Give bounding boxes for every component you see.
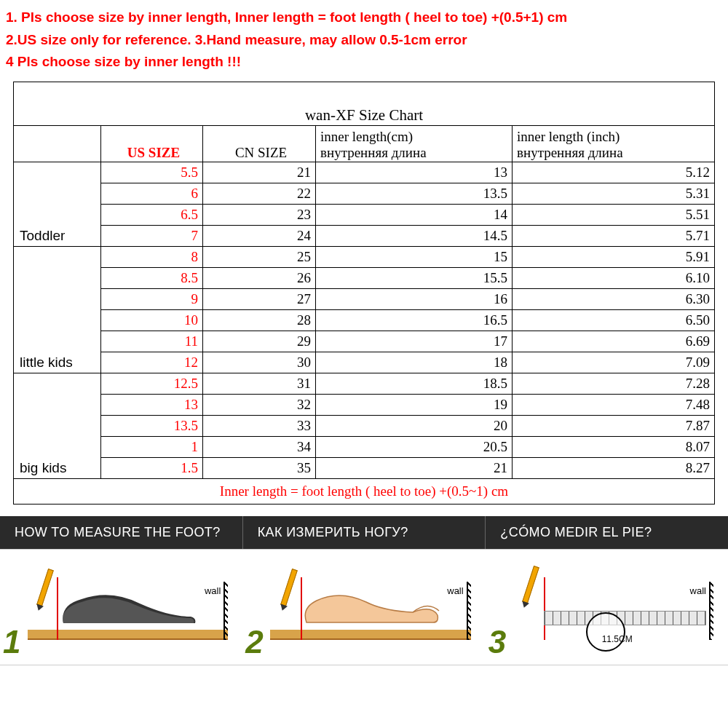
table-row: 927166.30 — [14, 288, 715, 309]
inner-inch-cell: 5.12 — [513, 162, 715, 183]
us-size-cell: 7 — [101, 225, 203, 246]
measure-figures: wall 1 wall 2 wall — [0, 549, 728, 665]
measure-header: HOW TO MEASURE THE FOOT? КАК ИЗМЕРИТЬ НО… — [0, 516, 728, 549]
col-cn-size: CN SIZE — [203, 125, 316, 162]
shoe-icon — [60, 583, 198, 630]
inner-inch-cell: 6.50 — [513, 309, 715, 331]
inner-inch-cell: 7.09 — [513, 352, 715, 373]
cn-size-cell: 30 — [203, 352, 316, 373]
table-row: 102816.56.50 — [14, 309, 715, 331]
inner-cm-cell: 16.5 — [316, 309, 513, 331]
col-inner-cm: inner length(cm) внутренняя длина — [316, 125, 513, 162]
inner-cm-cell: 19 — [316, 394, 513, 415]
us-size-cell: 8.5 — [101, 267, 203, 288]
us-size-cell: 5.5 — [101, 162, 203, 183]
wall-icon — [709, 582, 713, 640]
measure-q-ru: КАК ИЗМЕРИТЬ НОГУ? — [242, 516, 486, 549]
col-category — [14, 125, 101, 162]
ruler-icon — [544, 611, 706, 625]
size-chart-container: wan-XF Size Chart US SIZE CN SIZE inner … — [13, 82, 715, 505]
category-cell: big kids — [14, 373, 101, 478]
inner-cm-cell: 14.5 — [316, 225, 513, 246]
size-chart-table: wan-XF Size Chart US SIZE CN SIZE inner … — [13, 82, 715, 505]
wall-icon — [467, 582, 471, 640]
table-row: 6.523145.51 — [14, 204, 715, 225]
us-size-cell: 1 — [101, 436, 203, 457]
inner-inch-cell: 5.91 — [513, 246, 715, 267]
inner-cm-cell: 18 — [316, 352, 513, 373]
us-size-cell: 11 — [101, 331, 203, 352]
us-size-cell: 6 — [101, 183, 203, 204]
step-number: 2 — [245, 624, 263, 660]
cn-size-cell: 25 — [203, 246, 316, 267]
inner-inch-cell: 7.87 — [513, 415, 715, 436]
cn-size-cell: 27 — [203, 288, 316, 309]
inner-cm-cell: 13.5 — [316, 183, 513, 204]
table-row: 1129176.69 — [14, 331, 715, 352]
us-size-cell: 9 — [101, 288, 203, 309]
inner-inch-cell: 8.07 — [513, 436, 715, 457]
category-cell: Toddler — [14, 162, 101, 246]
measure-step-3: wall 11.5CM 3 — [486, 550, 728, 665]
measure-q-en: HOW TO MEASURE THE FOOT? — [0, 516, 242, 549]
inner-inch-cell: 6.30 — [513, 288, 715, 309]
ruler-reading: 11.5CM — [602, 634, 633, 644]
cn-size-cell: 29 — [203, 331, 316, 352]
step-number: 3 — [488, 624, 506, 660]
us-size-cell: 12 — [101, 352, 203, 373]
cn-size-cell: 33 — [203, 415, 316, 436]
foot-icon — [304, 579, 442, 630]
table-row: 8.52615.56.10 — [14, 267, 715, 288]
inner-inch-cell: 5.51 — [513, 204, 715, 225]
wall-label: wall — [447, 585, 463, 596]
us-size-cell: 13.5 — [101, 415, 203, 436]
magnifier-icon — [586, 612, 625, 652]
inner-cm-cell: 16 — [316, 288, 513, 309]
us-size-cell: 13 — [101, 394, 203, 415]
table-row: big kids12.53118.57.28 — [14, 373, 715, 394]
pencil-icon — [522, 566, 539, 604]
inner-inch-cell: 7.48 — [513, 394, 715, 415]
inner-cm-cell: 17 — [316, 331, 513, 352]
inner-cm-cell: 15.5 — [316, 267, 513, 288]
step-number: 1 — [3, 624, 20, 660]
category-cell: little kids — [14, 246, 101, 373]
table-row: 13420.58.07 — [14, 436, 715, 457]
inner-cm-cell: 20 — [316, 415, 513, 436]
cn-size-cell: 35 — [203, 457, 316, 478]
col-inner-in-sub: внутренняя длина — [517, 145, 713, 161]
inner-inch-cell: 5.71 — [513, 225, 715, 246]
start-marker — [301, 577, 302, 640]
inner-inch-cell: 5.31 — [513, 183, 715, 204]
col-inner-cm-sub: внутренняя длина — [320, 145, 511, 161]
footer-formula: Inner length = foot length ( heel to toe… — [14, 478, 715, 504]
cn-size-cell: 23 — [203, 204, 316, 225]
inner-cm-cell: 20.5 — [316, 436, 513, 457]
inner-inch-cell: 8.27 — [513, 457, 715, 478]
table-row: little kids825155.91 — [14, 246, 715, 267]
wall-icon — [223, 582, 228, 640]
inner-inch-cell: 7.28 — [513, 373, 715, 394]
inner-cm-cell: 14 — [316, 204, 513, 225]
table-row: 13.533207.87 — [14, 415, 715, 436]
inner-cm-cell: 18.5 — [316, 373, 513, 394]
wall-label: wall — [690, 585, 706, 596]
table-row: 62213.55.31 — [14, 183, 715, 204]
us-size-cell: 10 — [101, 309, 203, 331]
col-inner-cm-top: inner length(cm) — [320, 129, 413, 144]
measure-step-2: wall 2 — [242, 550, 485, 665]
table-row: 1.535218.27 — [14, 457, 715, 478]
us-size-cell: 1.5 — [101, 457, 203, 478]
instruction-line-3: 4 Pls choose size by inner length !!! — [6, 52, 722, 73]
instruction-line-1: 1. Pls choose size by inner length, Inne… — [6, 7, 722, 28]
measure-strip: HOW TO MEASURE THE FOOT? КАК ИЗМЕРИТЬ НО… — [0, 516, 728, 665]
start-marker — [57, 577, 58, 640]
cn-size-cell: 28 — [203, 309, 316, 331]
cn-size-cell: 24 — [203, 225, 316, 246]
col-inner-in: inner length (inch) внутренняя длина — [513, 125, 715, 162]
pencil-icon — [36, 569, 54, 606]
inner-inch-cell: 6.69 — [513, 331, 715, 352]
cn-size-cell: 21 — [203, 162, 316, 183]
inner-cm-cell: 21 — [316, 457, 513, 478]
inner-cm-cell: 13 — [316, 162, 513, 183]
